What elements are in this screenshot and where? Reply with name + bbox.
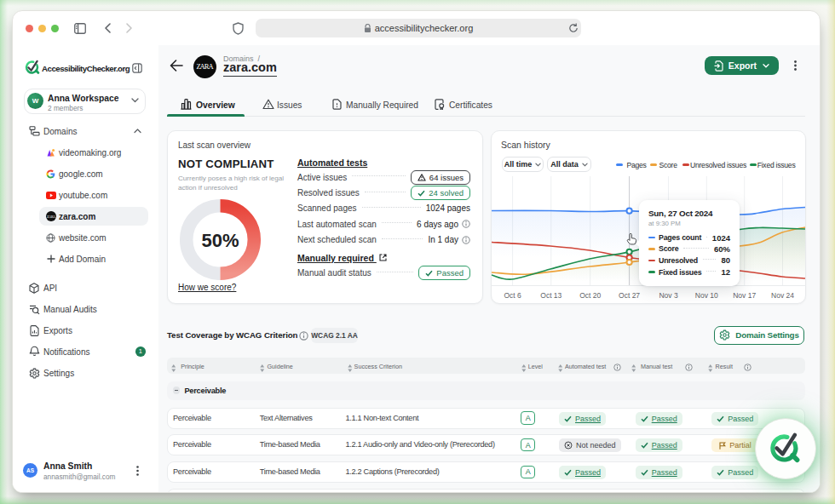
svg-text:50%: 50% [201, 230, 239, 251]
